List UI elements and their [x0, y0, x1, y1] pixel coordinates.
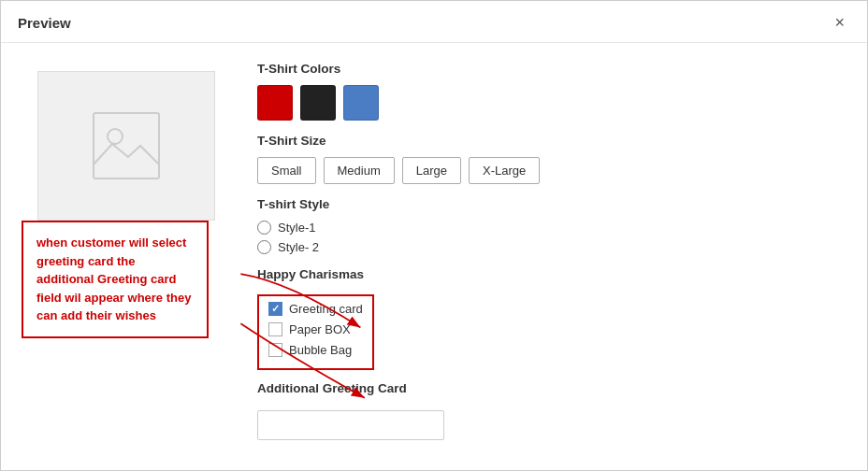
placeholder-icon	[89, 108, 164, 183]
color-swatches	[257, 85, 845, 121]
paper-box-checkbox-item[interactable]: Paper BOX	[268, 322, 363, 336]
product-image-placeholder	[37, 71, 215, 221]
style-label: T-shirt Style	[257, 197, 845, 211]
size-small[interactable]: Small	[257, 157, 316, 184]
product-options: T-Shirt Colors T-Shirt Size Small Medium…	[257, 62, 845, 440]
modal-title: Preview	[18, 15, 71, 31]
bubble-bag-checkbox-item[interactable]: Bubble Bag	[268, 343, 363, 357]
additional-greeting-card-input[interactable]	[257, 410, 444, 440]
bubble-bag-label: Bubble Bag	[289, 343, 352, 357]
size-buttons: Small Medium Large X-Large	[257, 157, 845, 184]
size-xlarge[interactable]: X-Large	[469, 157, 540, 184]
annotation-text: when customer will select greeting card …	[36, 236, 191, 322]
size-medium[interactable]: Medium	[324, 157, 395, 184]
style-2-radio[interactable]: Style- 2	[257, 240, 845, 254]
svg-rect-0	[94, 113, 159, 178]
modal-header: Preview ×	[1, 1, 867, 43]
close-button[interactable]: ×	[829, 12, 850, 33]
size-large[interactable]: Large	[402, 157, 461, 184]
greeting-card-label: Greeting card	[289, 302, 363, 316]
style-1-label: Style-1	[278, 221, 315, 235]
annotation-box: when customer will select greeting card …	[22, 221, 209, 338]
style-2-label: Style- 2	[278, 240, 319, 254]
happy-charismas-label: Happy Charismas	[257, 267, 845, 281]
style-radio-group: Style-1 Style- 2	[257, 221, 845, 254]
greeting-card-checkbox-item[interactable]: Greeting card	[268, 302, 363, 316]
style-2-input[interactable]	[257, 240, 271, 254]
color-swatch-black[interactable]	[300, 85, 336, 121]
paper-box-label: Paper BOX	[289, 322, 351, 336]
happy-charismas-section: Greeting card Paper BOX Bubble Bag	[257, 294, 374, 370]
greeting-card-checkbox[interactable]	[268, 302, 282, 316]
sizes-label: T-Shirt Size	[257, 134, 845, 148]
paper-box-checkbox[interactable]	[268, 322, 282, 336]
preview-modal: Preview × T-Shirt Colors	[0, 0, 868, 471]
style-1-radio[interactable]: Style-1	[257, 221, 845, 235]
checkbox-group: Greeting card Paper BOX Bubble Bag	[268, 302, 363, 357]
style-1-input[interactable]	[257, 221, 271, 235]
colors-label: T-Shirt Colors	[257, 62, 845, 76]
modal-body: T-Shirt Colors T-Shirt Size Small Medium…	[1, 43, 867, 459]
color-swatch-blue[interactable]	[343, 85, 379, 121]
color-swatch-red[interactable]	[257, 85, 293, 121]
additional-label: Additional Greeting Card	[257, 381, 845, 395]
bubble-bag-checkbox[interactable]	[268, 343, 282, 357]
